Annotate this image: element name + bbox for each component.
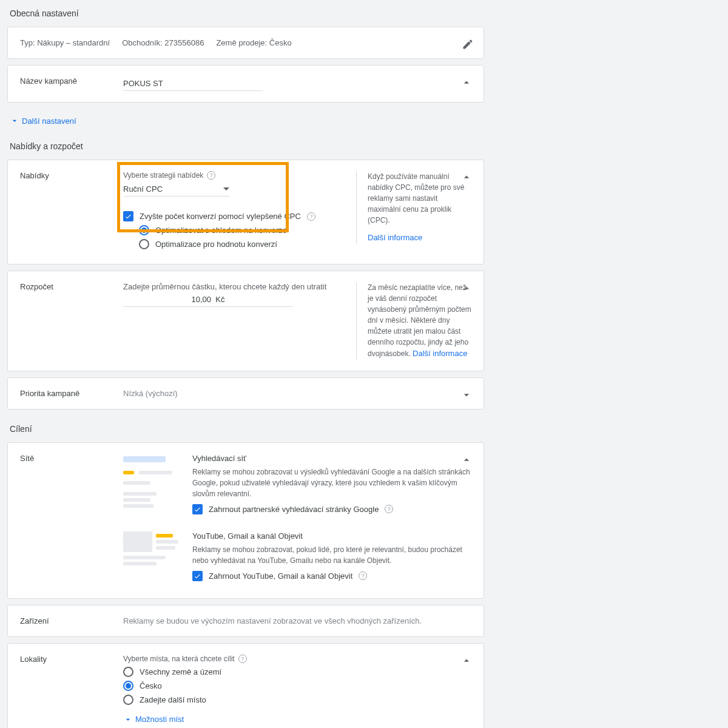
budget-help-text: Za měsíc nezaplatíte více, než je váš de… [368, 283, 471, 358]
type-value: Nákupy – standardní [37, 38, 110, 47]
chevron-up-icon[interactable] [460, 76, 473, 90]
country-label: Země prodeje: [216, 38, 267, 47]
radio-unchecked-icon[interactable] [123, 667, 133, 677]
section-title-bids-budget: Nabídky a rozpočet [0, 133, 491, 160]
help-icon[interactable]: ? [207, 171, 215, 180]
location-other-label: Zadejte další místo [140, 695, 206, 704]
budget-prompt: Zadejte průměrnou částku, kterou chcete … [123, 282, 350, 291]
bids-help-link[interactable]: Další informace [368, 233, 422, 242]
chevron-up-icon[interactable] [460, 655, 473, 669]
campaign-name-card: Název kampaně [7, 65, 484, 103]
help-icon[interactable]: ? [359, 571, 367, 580]
location-options-link[interactable]: Možnosti míst [123, 715, 184, 724]
bids-help-text: Když používáte manuální nabídky CPC, můž… [368, 171, 471, 226]
optimize-conversions-radio[interactable]: Optimalizovat s ohledem na konverze [139, 225, 350, 235]
location-all-radio[interactable]: Všechny země a území [123, 667, 471, 677]
priority-label: Priorita kampaně [20, 389, 123, 398]
include-search-partners-label: Zahrnout partnerské vyhledávací stránky … [209, 505, 379, 514]
yt-network-thumb [123, 531, 184, 585]
section-title-targeting: Cílení [0, 416, 491, 442]
location-cz-label: Česko [140, 681, 162, 690]
opt-value-label: Optimalizace pro hodnotu konverzí [155, 240, 277, 249]
include-yt-checkbox[interactable]: Zahrnout YouTube, Gmail a kanál Objevit … [192, 571, 471, 581]
include-yt-label: Zahrnout YouTube, Gmail a kanál Objevit [209, 571, 352, 581]
campaign-name-label: Název kampaně [20, 76, 123, 86]
country-value: Česko [269, 38, 292, 47]
help-icon[interactable]: ? [385, 505, 393, 513]
radio-checked-icon[interactable] [139, 225, 149, 235]
devices-label: Zařízení [20, 616, 123, 625]
campaign-name-input[interactable] [123, 76, 263, 91]
checkbox-checked-icon[interactable] [123, 211, 133, 221]
priority-card[interactable]: Priorita kampaně Nízká (výchozí) [7, 377, 484, 410]
budget-input[interactable] [123, 291, 293, 307]
networks-card: Sítě Vyhledávací síť [7, 442, 484, 599]
yt-network-desc: Reklamy se mohou zobrazovat, pokud lidé,… [192, 544, 471, 566]
search-network-desc: Reklamy se mohou zobrazovat u výsledků v… [192, 467, 471, 499]
bids-card: Nabídky Vyberte strategii nabídek ? Ručn… [7, 160, 484, 265]
chevron-up-icon[interactable] [460, 454, 473, 468]
bids-label: Nabídky [20, 171, 123, 180]
section-title-general: Obecná nastavení [0, 0, 491, 27]
bid-strategy-select[interactable]: Ruční CPC [123, 182, 229, 197]
location-cz-radio[interactable]: Česko [123, 681, 471, 691]
help-icon[interactable]: ? [238, 655, 247, 663]
summary-card: Typ: Nákupy – standardní Obchodník: 2735… [7, 27, 484, 59]
strategy-field-label: Vyberte strategii nabídek ? [123, 171, 350, 180]
budget-help-panel: Za měsíc nezaplatíte více, než je váš de… [356, 282, 471, 360]
radio-checked-icon[interactable] [123, 681, 133, 691]
checkbox-checked-icon[interactable] [192, 504, 203, 514]
locations-label: Lokality [20, 655, 123, 664]
help-icon[interactable]: ? [307, 212, 315, 221]
more-settings-link[interactable]: Další nastavení [0, 109, 76, 133]
merchant-label: Obchodník: [122, 38, 163, 47]
yt-network-title: YouTube, Gmail a kanál Objevit [192, 531, 471, 541]
summary-info: Typ: Nákupy – standardní Obchodník: 2735… [20, 38, 292, 47]
budget-label: Rozpočet [20, 282, 123, 291]
chevron-up-icon[interactable] [460, 282, 473, 296]
enhanced-cpc-checkbox-row[interactable]: Zvyšte počet konverzí pomocí vylepšené C… [123, 211, 350, 221]
budget-help-link[interactable]: Další informace [413, 349, 467, 358]
locations-card: Lokality Vyberte místa, na která chcete … [7, 643, 484, 729]
devices-card[interactable]: Zařízení Reklamy se budou ve výchozím na… [7, 605, 484, 637]
enhanced-cpc-label: Zvyšte počet konverzí pomocí vylepšené C… [140, 212, 301, 221]
include-search-partners-checkbox[interactable]: Zahrnout partnerské vyhledávací stránky … [192, 504, 471, 514]
location-other-radio[interactable]: Zadejte další místo [123, 695, 471, 705]
locations-prompt: Vyberte místa, na která chcete cílit ? [123, 655, 471, 663]
bids-help-panel: Když používáte manuální nabídky CPC, můž… [356, 171, 471, 244]
location-all-label: Všechny země a území [140, 667, 221, 676]
checkbox-checked-icon[interactable] [192, 571, 203, 581]
opt-conversions-label: Optimalizovat s ohledem na konverze [155, 226, 287, 235]
devices-value: Reklamy se budou ve výchozím nastavení z… [123, 616, 471, 625]
merchant-value: 273556086 [164, 38, 204, 47]
radio-unchecked-icon[interactable] [139, 239, 149, 249]
priority-value: Nízká (výchozí) [123, 389, 471, 398]
optimize-value-radio[interactable]: Optimalizace pro hodnotu konverzí [139, 239, 350, 249]
budget-card: Rozpočet Zadejte průměrnou částku, ktero… [7, 271, 484, 371]
chevron-up-icon[interactable] [460, 171, 473, 185]
networks-label: Sítě [20, 454, 123, 463]
chevron-down-icon[interactable] [460, 389, 473, 403]
edit-icon[interactable] [462, 38, 473, 49]
search-network-thumb [123, 454, 184, 518]
search-network-title: Vyhledávací síť [192, 454, 471, 463]
radio-unchecked-icon[interactable] [123, 695, 133, 705]
type-label: Typ: [20, 38, 35, 47]
